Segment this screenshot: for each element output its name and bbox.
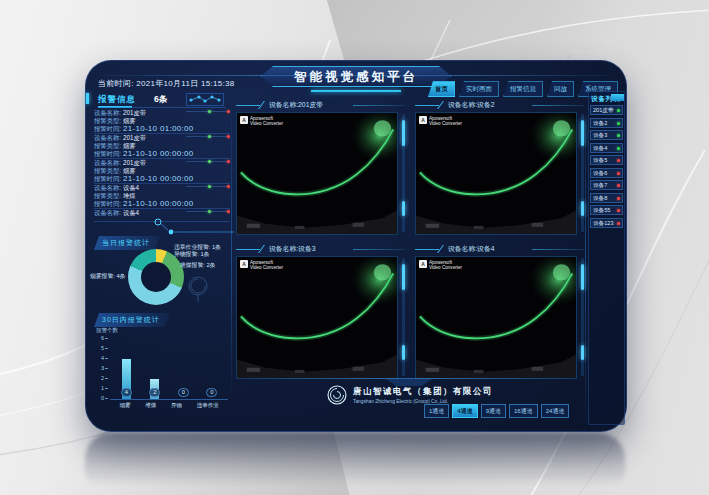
alarm-field-label: 报警时间: <box>94 125 121 132</box>
alarm-device-row: 设备名称:201皮带 <box>94 109 230 117</box>
company-name-cn: 唐山智诚电气（集团）有限公司 <box>353 386 493 398</box>
bar-value-pill: 4 <box>121 388 132 397</box>
y-tick: 4 <box>92 355 108 361</box>
device-list-tab-button[interactable] <box>611 94 624 101</box>
device-item[interactable]: 设备2 <box>590 118 623 128</box>
scrollbar-thumb[interactable] <box>402 201 405 216</box>
video-watermark: A Apowersoft Video Converter <box>240 260 283 270</box>
alarm-field-label: 设备名称: <box>94 159 121 166</box>
scrollbar-thumb[interactable] <box>402 264 405 290</box>
device-item[interactable]: 设备8 <box>590 193 623 203</box>
video-watermark: A Apowersoft Video Converter <box>419 116 462 126</box>
y-axis-label: 报警个数 <box>96 327 118 334</box>
y-tick: 3 <box>92 365 108 371</box>
scrollbar-thumb[interactable] <box>581 345 584 360</box>
tab-home[interactable]: 首页 <box>428 81 455 97</box>
device-item[interactable]: 设备6 <box>590 168 623 178</box>
bar-category-label: 堆煤 <box>145 402 156 409</box>
footer-divider <box>236 378 584 379</box>
video-title: 设备名称:设备2 <box>448 100 494 110</box>
bar-value-pill: 2 <box>149 388 160 397</box>
current-time: 当前时间: 2021年10月11日 15:15:38 <box>98 78 235 89</box>
page-background: 当前时间: 2021年10月11日 15:15:38 智能视觉感知平台 首页 实… <box>0 0 709 495</box>
alarm-device-row: 设备名称:设备4 <box>94 209 230 217</box>
device-status-dot <box>617 184 620 187</box>
alarm-time-row: 报警时间:21-10-10 00:00:00 <box>94 150 230 158</box>
watermark-text: Apowersoft Video Converter <box>429 260 462 270</box>
device-item[interactable]: 设备123 <box>590 218 623 228</box>
video-panel[interactable]: 设备名称:201皮带 <box>236 99 405 235</box>
scrollbar-thumb[interactable] <box>581 264 584 290</box>
alarm-panel-title: 报警信息 <box>98 94 136 106</box>
bar-value-pill: 0 <box>206 388 217 397</box>
panel-edge-accent <box>86 93 89 104</box>
device-status-dot <box>617 209 620 212</box>
alarm-field-value: 烟雾 <box>123 142 136 149</box>
tab-alarm-info[interactable]: 报警信息 <box>503 81 543 97</box>
device-item[interactable]: 设备4 <box>590 143 623 153</box>
video-panel[interactable]: 设备名称:设备3 <box>236 243 405 379</box>
channel-buttons: 1通道 4通道 9通道 16通道 24通道 <box>424 404 569 418</box>
alarm-card[interactable]: 设备名称:201皮带 报警类型:烟雾 报警时间:21-10-10 00:00:0… <box>94 159 230 184</box>
device-list: 201皮带 设备2 设备3 设备4 设备5 设备6 设备7 设备8 设备55 设… <box>590 105 623 230</box>
video-panel[interactable]: 设备名称:设备2 <box>415 99 584 235</box>
device-name: 201皮带 <box>593 107 614 115</box>
device-name: 设备5 <box>593 157 607 165</box>
device-name: 设备55 <box>593 207 610 215</box>
watermark-logo-icon: A <box>419 116 427 124</box>
footer-company: 唐山智诚电气（集团）有限公司 Tangshan Zhicheng Electri… <box>236 385 584 405</box>
video-viewport[interactable]: A Apowersoft Video Converter <box>415 256 577 379</box>
video-scrollbar[interactable] <box>581 114 584 232</box>
alarm-card[interactable]: 设备名称:设备4 报警类型:堆煤 报警时间:21-10-10 00:00:00 <box>94 184 230 209</box>
alarm-field-value: 201皮带 <box>123 109 146 116</box>
alarm-field-value: 201皮带 <box>123 134 146 141</box>
device-status-dot <box>617 197 620 200</box>
alarm-field-value: 堆煤 <box>123 192 136 199</box>
alarm-device-row: 设备名称:201皮带 <box>94 159 230 167</box>
channel-button-4[interactable]: 4通道 <box>452 404 477 418</box>
y-tick: 2 <box>92 375 108 381</box>
video-watermark: A Apowersoft Video Converter <box>419 260 462 270</box>
device-status-dot <box>617 109 620 112</box>
device-item[interactable]: 设备7 <box>590 180 623 190</box>
channel-button-1[interactable]: 1通道 <box>424 404 449 418</box>
alarm-field-label: 设备名称: <box>94 184 121 191</box>
video-frame-image <box>416 257 576 378</box>
scrollbar-thumb[interactable] <box>581 120 584 146</box>
channel-button-16[interactable]: 16通道 <box>509 404 538 418</box>
device-item[interactable]: 201皮带 <box>590 105 623 115</box>
channel-button-24[interactable]: 24通道 <box>541 404 570 418</box>
alarm-field-value: 烟雾 <box>123 167 136 174</box>
header-accent-line <box>353 105 405 106</box>
video-scrollbar[interactable] <box>581 258 584 376</box>
device-item[interactable]: 设备55 <box>590 205 623 215</box>
device-status-dot <box>617 222 620 225</box>
device-status-dot <box>617 122 620 125</box>
alarm-field-label: 设备名称: <box>94 134 121 141</box>
alarm-card[interactable]: 设备名称:201皮带 报警类型:烟雾 报警时间:21-10-10 01:00:0… <box>94 109 230 134</box>
alarm-field-value: 设备4 <box>123 184 139 191</box>
scrollbar-thumb[interactable] <box>402 120 405 146</box>
video-scrollbar[interactable] <box>402 114 405 232</box>
alarm-field-value: 21-10-10 00:00:00 <box>123 174 194 183</box>
video-viewport[interactable]: A Apowersoft Video Converter <box>236 112 398 235</box>
scrollbar-thumb[interactable] <box>581 201 584 216</box>
video-header: 设备名称:设备4 <box>415 243 584 256</box>
device-item[interactable]: 设备3 <box>590 130 623 140</box>
video-title: 设备名称:201皮带 <box>269 100 323 110</box>
tab-live-view[interactable]: 实时画面 <box>459 81 499 97</box>
scrollbar-thumb[interactable] <box>402 345 405 360</box>
video-viewport[interactable]: A Apowersoft Video Converter <box>415 112 577 235</box>
video-viewport[interactable]: A Apowersoft Video Converter <box>236 256 398 379</box>
panel-reflection <box>85 433 625 495</box>
device-item[interactable]: 设备5 <box>590 155 623 165</box>
y-tick: 1 <box>92 385 108 391</box>
tab-playback[interactable]: 回放 <box>547 81 574 97</box>
video-scrollbar[interactable] <box>402 258 405 376</box>
alarm-card[interactable]: 设备名称:201皮带 报警类型:烟雾 报警时间:21-10-10 00:00:0… <box>94 134 230 159</box>
header-accent-line <box>532 105 584 106</box>
alarm-field-value: 设备4 <box>123 209 139 216</box>
donut-label: 堆煤报警: 2条 <box>180 262 215 269</box>
video-panel[interactable]: 设备名称:设备4 <box>415 243 584 379</box>
channel-button-9[interactable]: 9通道 <box>481 404 506 418</box>
